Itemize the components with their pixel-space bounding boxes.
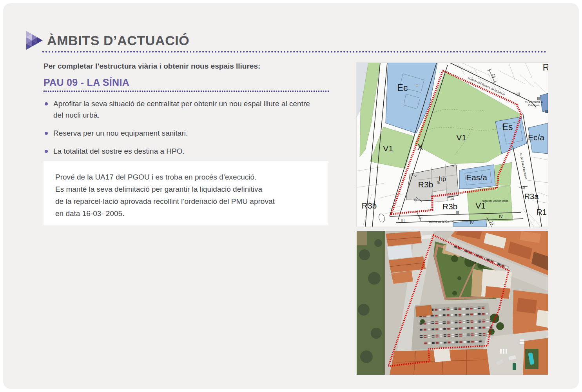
section-dotted-rule bbox=[44, 91, 329, 92]
map-label: R3b bbox=[442, 202, 458, 211]
map-label: IV bbox=[470, 221, 474, 225]
intro-text: Per completar l’estructura viària i obte… bbox=[44, 62, 260, 71]
map-label: III bbox=[545, 109, 548, 114]
note-text: Prové de la UA17 del PGOU i es troba en … bbox=[55, 171, 317, 220]
map-label: III bbox=[401, 218, 404, 223]
map-label: R bbox=[543, 63, 548, 73]
map-label: IV bbox=[499, 214, 503, 219]
map-label: Ec/a bbox=[528, 133, 544, 142]
map-label: X bbox=[417, 142, 423, 151]
map-label: Pl. d’Antònia S bbox=[525, 100, 543, 103]
map-label: V1 bbox=[475, 201, 486, 210]
map-label: Es bbox=[502, 122, 513, 132]
bullet-list: Aprofitar la seva situació de centralita… bbox=[44, 98, 310, 163]
map-label: 15 bbox=[436, 180, 440, 184]
aerial-photo-image bbox=[357, 231, 548, 375]
header-dotted-rule bbox=[42, 51, 546, 53]
map-label: R1 bbox=[537, 208, 547, 216]
map-label: Plaça del Doctor Mont. bbox=[481, 200, 509, 203]
map-label: R3a bbox=[524, 192, 539, 201]
triangle-mosaic-icon bbox=[26, 31, 43, 50]
map-label: V bbox=[414, 174, 417, 178]
map-label: R3b bbox=[418, 180, 433, 189]
map-label: V1 bbox=[456, 133, 466, 142]
map-label: Eas/a bbox=[466, 173, 487, 182]
bullet-item: Reserva per un nou equipament sanitari. bbox=[44, 127, 310, 139]
map-label: i Ventosa bbox=[528, 104, 540, 107]
note-box: Prové de la UA17 del PGOU i es troba en … bbox=[44, 161, 328, 225]
bullet-item: La totalitat del sostre es destina a HPO… bbox=[44, 145, 310, 157]
page-title: ÀMBITS D’ACTUACIÓ bbox=[47, 33, 189, 48]
map-label: III bbox=[456, 211, 459, 215]
slide-card: ÀMBITS D’ACTUACIÓ Per completar l’estruc… bbox=[3, 3, 579, 389]
zoning-map-figure: EcEsEc/aEas/aV1V1V1XR3bR3bR3bR3aR1Rhp151… bbox=[357, 63, 548, 227]
slide-header: ÀMBITS D’ACTUACIÓ bbox=[26, 31, 189, 50]
map-label: V1 bbox=[383, 144, 393, 153]
map-label: III bbox=[517, 92, 520, 96]
map-label: R3b bbox=[362, 201, 377, 210]
bullet-item: Aprofitar la seva situació de centralita… bbox=[44, 98, 310, 121]
map-label: 15 bbox=[521, 185, 525, 190]
map-label: V bbox=[452, 164, 454, 168]
section-heading: PAU 09 - LA SÍNIA bbox=[44, 77, 129, 88]
zoning-map-image: EcEsEc/aEas/aV1V1V1XR3bR3bR3bR3aR1Rhp151… bbox=[357, 63, 548, 227]
map-label: Ec bbox=[397, 83, 408, 93]
aerial-photo-figure bbox=[357, 231, 548, 375]
map-label: 14 bbox=[450, 197, 454, 201]
